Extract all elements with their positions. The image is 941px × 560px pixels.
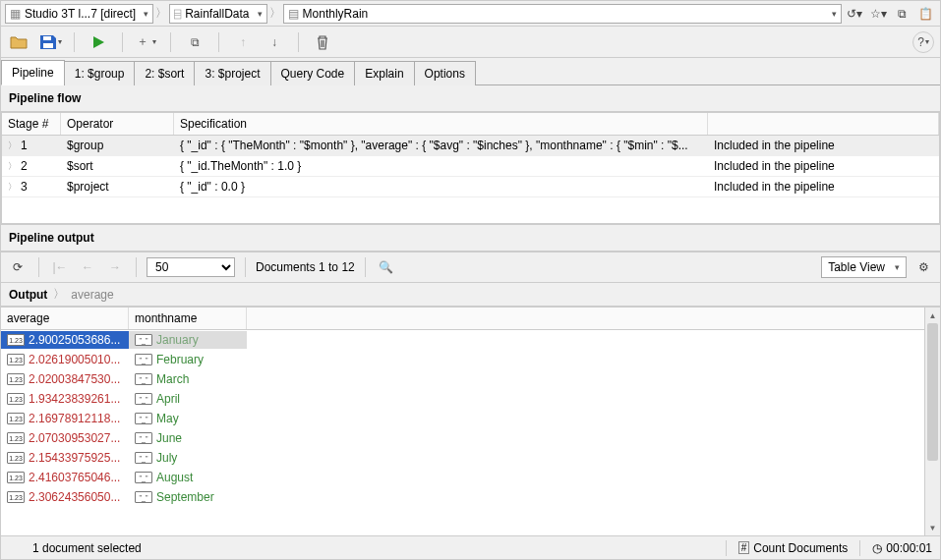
table-row[interactable]: 1.232.90025053686..."_"January [1, 330, 924, 350]
tab-pipeline[interactable]: Pipeline [1, 60, 65, 85]
clock-icon: ◷ [872, 541, 882, 555]
number-type-icon: 1.23 [7, 452, 25, 464]
string-type-icon: "_" [135, 393, 152, 405]
number-type-icon: 1.23 [7, 373, 25, 385]
breadcrumb-chevron-icon: 〉 [53, 286, 65, 303]
chevron-down-icon: ▾ [144, 9, 148, 19]
copy-button[interactable]: ⧉ [891, 3, 912, 25]
output-root[interactable]: Output [9, 288, 47, 302]
collection-icon: ▤ [288, 7, 299, 21]
table-row[interactable]: 1.232.30624356050..."_"September [1, 487, 924, 507]
col-monthname-header[interactable]: monthname [129, 308, 247, 329]
run-button[interactable] [87, 30, 110, 54]
chevron-down-icon: ▾ [258, 9, 263, 19]
connection-dropdown[interactable]: ▦ Studio 3T l...7 [direct] ▾ [5, 4, 153, 24]
string-type-icon: "_" [135, 354, 152, 365]
view-mode-select[interactable]: Table View ▾ [821, 256, 907, 278]
scroll-down-icon[interactable]: ▼ [925, 520, 940, 535]
pipeline-stage-row[interactable]: 〉2$sort{ "_id.TheMonth" : 1.0 }Included … [2, 156, 939, 177]
col-status-header[interactable] [708, 113, 939, 135]
string-type-icon: "_" [135, 491, 152, 503]
page-size-select[interactable]: 50 [147, 257, 235, 277]
collection-dropdown[interactable]: ▤ MonthlyRain ▾ [283, 4, 842, 24]
database-dropdown[interactable]: ⌸ RainfallData ▾ [169, 4, 266, 24]
help-button[interactable]: ?▾ [912, 31, 934, 53]
database-icon: ⌸ [174, 7, 181, 21]
chevron-down-icon: ▾ [58, 37, 62, 46]
selection-status: 1 document selected [32, 541, 142, 555]
number-type-icon: 1.23 [7, 472, 25, 483]
chevron-right-icon: 〉 [8, 181, 17, 194]
duplicate-button[interactable]: ⧉ [183, 30, 206, 54]
pipeline-output-header: Pipeline output [1, 224, 940, 252]
scroll-up-icon[interactable]: ▲ [925, 308, 940, 323]
next-page-button[interactable]: → [104, 256, 126, 278]
string-type-icon: "_" [135, 334, 152, 346]
number-type-icon: 1.23 [7, 334, 25, 346]
paste-button[interactable]: 📋 [914, 3, 936, 25]
number-type-icon: 1.23 [7, 393, 25, 405]
chevron-down-icon: ▾ [895, 262, 900, 272]
connection-label: Studio 3T l...7 [direct] [25, 7, 136, 21]
col-average-header[interactable]: average [1, 308, 129, 329]
collection-label: MonthlyRain [303, 7, 369, 21]
refresh-button[interactable]: ⟳ [7, 256, 29, 278]
documents-range-label: Documents 1 to 12 [256, 260, 355, 274]
move-up-button[interactable]: ↑ [231, 30, 255, 54]
prev-page-button[interactable]: ← [77, 256, 98, 278]
chevron-right-icon: 〉 [8, 160, 17, 173]
output-leaf: average [71, 288, 113, 302]
svg-rect-1 [43, 43, 53, 48]
string-type-icon: "_" [135, 452, 152, 464]
string-type-icon: "_" [135, 413, 152, 424]
breadcrumb-separator-icon: 〉 [269, 5, 281, 22]
database-label: RainfallData [185, 7, 249, 21]
pipeline-stage-row[interactable]: 〉1$group{ "_id" : { "TheMonth" : "$month… [2, 136, 939, 156]
string-type-icon: "_" [135, 472, 152, 483]
col-spec-header[interactable]: Specification [174, 113, 708, 135]
favorite-button[interactable]: ☆▾ [867, 3, 889, 25]
table-row[interactable]: 1.232.15433975925..."_"July [1, 448, 924, 468]
number-type-icon: 1.23 [7, 413, 25, 424]
number-type-icon: 1.23 [7, 491, 25, 503]
tab-2-sort[interactable]: 2: $sort [134, 61, 195, 85]
server-icon: ▦ [10, 7, 21, 21]
tab-options[interactable]: Options [414, 61, 476, 85]
string-type-icon: "_" [135, 373, 152, 385]
tab-3-project[interactable]: 3: $project [194, 61, 270, 85]
breadcrumb-separator-icon: 〉 [155, 5, 167, 22]
col-operator-header[interactable]: Operator [61, 113, 174, 135]
count-documents-button[interactable]: # Count Documents [738, 541, 849, 555]
number-type-icon: 1.23 [7, 354, 25, 365]
pipeline-tabs: Pipeline1: $group2: $sort3: $projectQuer… [1, 58, 940, 85]
save-button[interactable]: ▾ [38, 30, 62, 54]
table-row[interactable]: 1.232.07030953027..."_"June [1, 428, 924, 448]
table-row[interactable]: 1.232.41603765046..."_"August [1, 468, 924, 487]
number-type-icon: 1.23 [7, 432, 25, 444]
col-stage-header[interactable]: Stage # [2, 113, 61, 135]
find-button[interactable]: 🔍 [376, 256, 397, 278]
hash-icon: # [738, 541, 750, 554]
move-down-button[interactable]: ↓ [263, 30, 286, 54]
first-page-button[interactable]: |← [49, 256, 71, 278]
table-row[interactable]: 1.232.02003847530..."_"March [1, 369, 924, 389]
table-row[interactable]: 1.232.16978912118..."_"May [1, 409, 924, 428]
delete-button[interactable] [311, 30, 334, 54]
table-row[interactable]: 1.232.02619005010..."_"February [1, 350, 924, 369]
open-button[interactable] [7, 30, 30, 54]
tab-query-code[interactable]: Query Code [270, 61, 356, 85]
chevron-right-icon: 〉 [8, 140, 17, 152]
tab-explain[interactable]: Explain [354, 61, 414, 85]
add-stage-button[interactable]: ＋▾ [135, 30, 158, 54]
tab-1-group[interactable]: 1: $group [64, 61, 136, 85]
pipeline-flow-header: Pipeline flow [1, 85, 940, 112]
vertical-scrollbar[interactable]: ▲ ▼ [924, 308, 940, 535]
settings-button[interactable]: ⚙ [912, 256, 934, 278]
scroll-thumb[interactable] [927, 323, 938, 461]
string-type-icon: "_" [135, 432, 152, 444]
pipeline-stage-row[interactable]: 〉3$project{ "_id" : 0.0 }Included in the… [2, 177, 939, 197]
svg-rect-0 [43, 36, 51, 40]
history-button[interactable]: ↺▾ [844, 3, 865, 25]
table-row[interactable]: 1.231.93423839261..."_"April [1, 389, 924, 409]
chevron-down-icon: ▾ [832, 9, 837, 19]
